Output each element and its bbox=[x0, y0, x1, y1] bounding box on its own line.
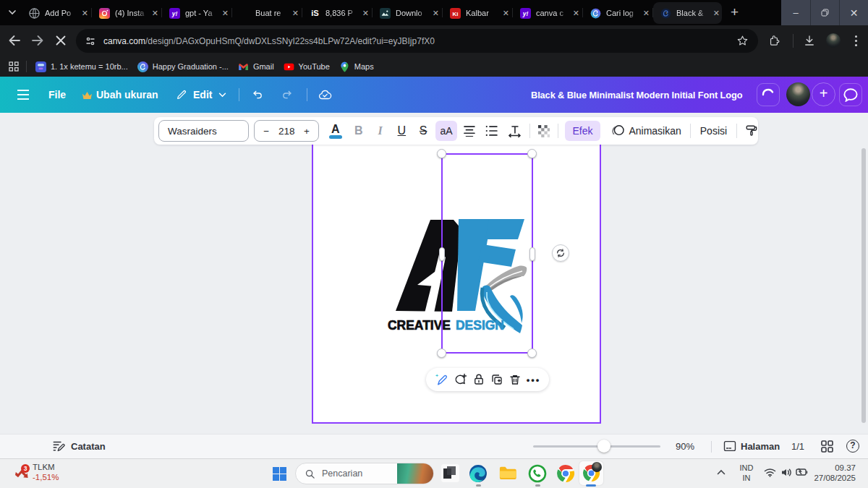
svg-text:Ki: Ki bbox=[453, 10, 459, 17]
svg-text:iS: iS bbox=[311, 9, 319, 17]
svg-text:DESIGN: DESIGN bbox=[456, 317, 504, 333]
svg-text:3: 3 bbox=[24, 465, 27, 472]
svg-text:y!: y! bbox=[171, 9, 178, 17]
svg-text:y!: y! bbox=[522, 9, 529, 17]
